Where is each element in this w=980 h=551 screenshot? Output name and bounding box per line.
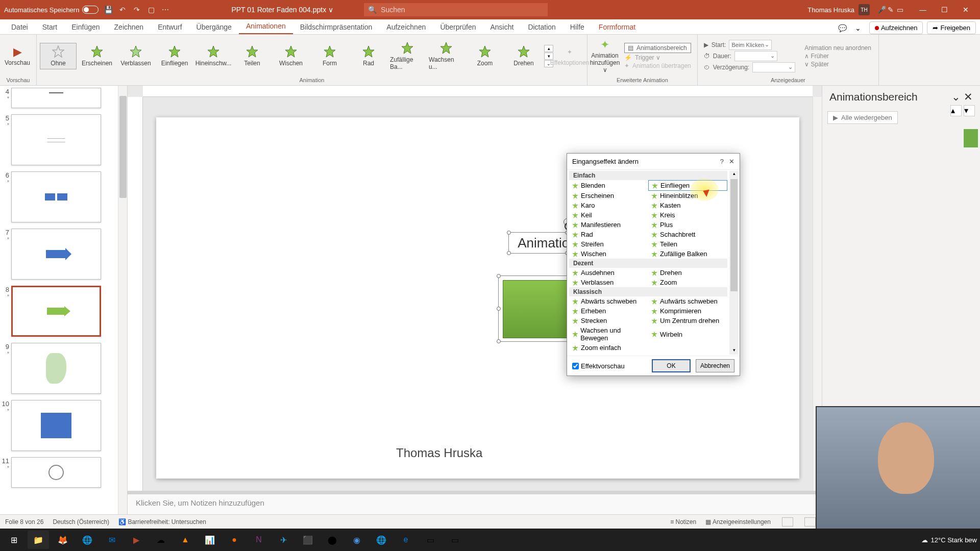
anim-erscheinen[interactable]: Erscheinen [79,43,115,69]
opt-ausdehnen[interactable]: Ausdehnen [569,268,648,278]
undo-icon[interactable]: ↶ [118,5,127,14]
app-icon[interactable]: ▭ [444,531,465,549]
freigeben-button[interactable]: ➦Freigeben [927,21,976,34]
move-down-button[interactable]: ▾ [964,105,975,116]
outlook-icon[interactable]: ✉ [101,531,122,549]
vlc-icon[interactable]: ▲ [175,531,196,549]
more-icon[interactable]: ⋯ [161,5,170,14]
opt-wachsbew[interactable]: Wachsen und Bewegen [569,325,648,343]
anim-verblassen[interactable]: Verblassen [117,43,154,69]
opt-manifest[interactable]: Manifestieren [569,220,648,230]
opt-abw[interactable]: Abwärts schweben [569,296,648,306]
opt-plus[interactable]: Plus [648,220,727,230]
notizen-button[interactable]: ≡ Notizen [670,518,696,525]
notes-pane[interactable]: Klicken Sie, um Notizen hinzuzufügen [128,494,822,514]
slideshow-icon[interactable]: ▢ [146,5,156,14]
tab-ansicht[interactable]: Ansicht [483,20,521,34]
powerpoint-icon[interactable]: ▶ [126,531,147,549]
opt-hineinblitzen[interactable]: Hineinblitzen [648,191,727,201]
app-icon[interactable]: 📊 [199,531,220,549]
tab-bildschirm[interactable]: Bildschirmpräsentation [293,20,380,34]
thumb-6[interactable] [11,171,101,222]
toggle-switch[interactable] [82,6,99,14]
move-up-button[interactable]: ▴ [950,105,962,116]
tab-datei[interactable]: Datei [4,20,35,34]
ok-button[interactable]: OK [652,359,691,372]
anim-drehen[interactable]: Drehen [505,43,542,69]
autosave-toggle[interactable]: Automatisches Speichern [4,6,99,14]
aufzeichnen-button[interactable]: Aufzeichnen [869,21,923,34]
anim-einfliegen[interactable]: Einfliegen [156,43,193,69]
save-icon[interactable]: 💾 [104,5,113,14]
anim-wischen[interactable]: Wischen [273,43,309,69]
present-icon[interactable]: ▭ [895,5,904,14]
opt-kasten[interactable]: Kasten [648,201,727,210]
opt-kreis[interactable]: Kreis [648,210,727,220]
opt-zoomeinfach[interactable]: Zoom einfach [569,343,648,353]
animation-hinzufuegen-button[interactable]: ✦Animation hinzufügen ∨ [591,37,619,76]
animationsbereich-button[interactable]: ▤Animationsbereich [624,43,691,53]
opt-teilen[interactable]: Teilen [648,239,727,249]
close-button[interactable]: ✕ [955,3,976,17]
pane-dropdown-icon[interactable]: ⌄ [951,91,961,103]
opt-erheben[interactable]: Erheben [569,306,648,316]
start-button[interactable]: ⊞ [3,531,24,549]
thumb-9[interactable] [11,343,101,394]
dauer-combo[interactable]: ⌄ [734,51,777,61]
app-icon[interactable]: ◉ [346,531,368,549]
app-icon[interactable]: ▭ [420,531,441,549]
thumbnails-scrollbar[interactable] [118,86,127,514]
tab-zeichnen[interactable]: Zeichnen [107,20,151,34]
opt-keil[interactable]: Keil [569,210,648,220]
verzoegerung-combo[interactable]: ⌄ [752,62,795,72]
app-icon[interactable]: ⬛ [297,531,318,549]
onenote-icon[interactable]: N [248,531,270,549]
dialog-scrollbar[interactable]: ▴▾ [729,171,739,355]
anim-rad[interactable]: Rad [350,43,387,69]
opt-aufw[interactable]: Aufwärts schweben [648,296,727,306]
tab-uebergaenge[interactable]: Übergänge [189,20,239,34]
language-indicator[interactable]: Deutsch (Österreich) [53,518,109,525]
thumb-8[interactable] [11,286,101,337]
anim-collapse-icon[interactable] [964,129,978,147]
anim-zufall[interactable]: Zufällige Ba... [389,40,426,72]
tab-ueberpruefen[interactable]: Überprüfen [433,20,483,34]
obs-icon[interactable]: ⬤ [322,531,343,549]
view-sorter[interactable] [804,517,816,527]
vorschau-button[interactable]: ▶Vorschau [3,44,32,68]
slide-counter[interactable]: Folie 8 von 26 [5,518,43,525]
dialog-close-icon[interactable]: ✕ [729,158,734,165]
anim-zoom[interactable]: Zoom [467,43,503,69]
tab-start[interactable]: Start [35,20,65,34]
thumb-11[interactable] [11,457,101,488]
app-icon[interactable]: ☁ [150,531,172,549]
ribbon-mode-icon[interactable]: ⌄ [851,22,865,34]
opt-strecken[interactable]: Strecken [569,316,648,325]
play-all-button[interactable]: ▶Alle wiedergeben [827,111,898,124]
tab-formformat[interactable]: Formformat [592,20,643,34]
thumb-10[interactable] [11,400,101,451]
chrome-icon[interactable]: 🌐 [77,531,98,549]
tab-einfuegen[interactable]: Einfügen [64,20,107,34]
opt-karo[interactable]: Karo [569,201,648,210]
search-input[interactable]: 🔍 Suchen [364,3,548,16]
firefox-icon[interactable]: 🦊 [52,531,74,549]
maximize-button[interactable]: ☐ [934,3,954,17]
tab-hilfe[interactable]: Hilfe [563,20,592,34]
edge-icon[interactable]: e [395,531,416,549]
opt-kompr[interactable]: Komprimieren [648,306,727,316]
opt-blenden[interactable]: Blenden [569,180,648,191]
opt-drehen[interactable]: Drehen [648,268,727,278]
opt-einfliegen[interactable]: Einfliegen [648,180,727,191]
opt-wischen[interactable]: Wischen [569,249,648,259]
anzeige-button[interactable]: ▦ Anzeigeeinstellungen [705,518,771,525]
draw-icon[interactable]: ✎ [886,5,895,14]
thumb-4[interactable]: ▬▬▬▬ [11,88,101,108]
mic-icon[interactable]: 🎤 [877,5,886,14]
anim-form[interactable]: Form [311,43,348,69]
accessibility-button[interactable]: ♿ Barrierefreiheit: Untersuchen [118,518,206,525]
opt-umzentrum[interactable]: Um Zentrum drehen [648,316,727,325]
app-icon[interactable]: 🌐 [371,531,392,549]
thumb-7[interactable] [11,229,101,280]
anim-teilen[interactable]: Teilen [234,43,271,69]
